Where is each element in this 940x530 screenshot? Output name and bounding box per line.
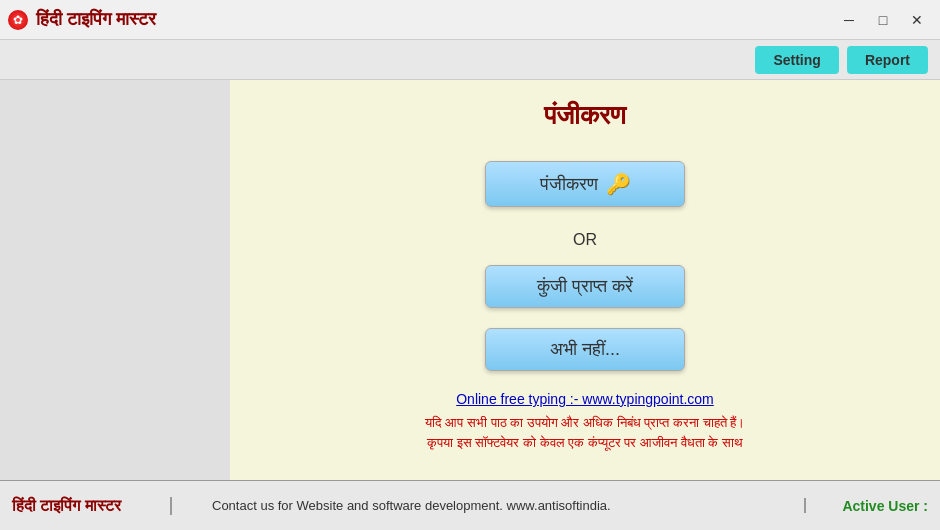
status-app-name: हिंदी टाइपिंग मास्टर <box>12 497 172 515</box>
maximize-button[interactable]: □ <box>868 8 898 32</box>
status-active-section: Active User : <box>818 481 940 530</box>
not-now-button[interactable]: अभी नहीं... <box>485 328 685 371</box>
register-button[interactable]: पंजीकरण 🔑 <box>485 161 685 207</box>
title-bar: ✿ हिंदी टाइपिंग मास्टर ─ □ ✕ <box>0 0 940 40</box>
online-link[interactable]: Online free typing :- www.typingpoint.co… <box>456 391 714 407</box>
left-panel <box>0 80 230 480</box>
report-button[interactable]: Report <box>847 46 928 74</box>
info-line-2: कृपया इस सॉफ्टवेयर को केवल एक कंप्यूटर प… <box>425 433 745 453</box>
key-icon: 🔑 <box>606 172 631 196</box>
or-text: OR <box>573 231 597 249</box>
status-bar: हिंदी टाइपिंग मास्टर Contact us for Webs… <box>0 480 940 530</box>
close-button[interactable]: ✕ <box>902 8 932 32</box>
get-key-button[interactable]: कुंजी प्राप्त करें <box>485 265 685 308</box>
app-icon: ✿ <box>8 10 28 30</box>
center-panel: पंजीकरण पंजीकरण 🔑 OR कुंजी प्राप्त करें … <box>230 80 940 480</box>
register-label: पंजीकरण <box>540 174 598 195</box>
panel-title: पंजीकरण <box>544 100 626 131</box>
main-content: पंजीकरण पंजीकरण 🔑 OR कुंजी प्राप्त करें … <box>0 80 940 480</box>
status-app-section: हिंदी टाइपिंग मास्टर <box>0 481 184 530</box>
status-contact: Contact us for Website and software deve… <box>196 498 806 513</box>
info-line-1: यदि आप सभी पाठ का उपयोग और अधिक निबंध प्… <box>425 413 745 433</box>
app-dot-icon: ✿ <box>13 13 23 27</box>
status-contact-section: Contact us for Website and software deve… <box>184 481 818 530</box>
info-text: यदि आप सभी पाठ का उपयोग और अधिक निबंध प्… <box>425 413 745 452</box>
toolbar: Setting Report <box>0 40 940 80</box>
app-title: हिंदी टाइपिंग मास्टर <box>36 9 156 30</box>
minimize-button[interactable]: ─ <box>834 8 864 32</box>
status-active-user: Active User : <box>830 498 928 514</box>
setting-button[interactable]: Setting <box>755 46 838 74</box>
window-controls: ─ □ ✕ <box>834 8 932 32</box>
title-bar-left: ✿ हिंदी टाइपिंग मास्टर <box>8 9 156 30</box>
